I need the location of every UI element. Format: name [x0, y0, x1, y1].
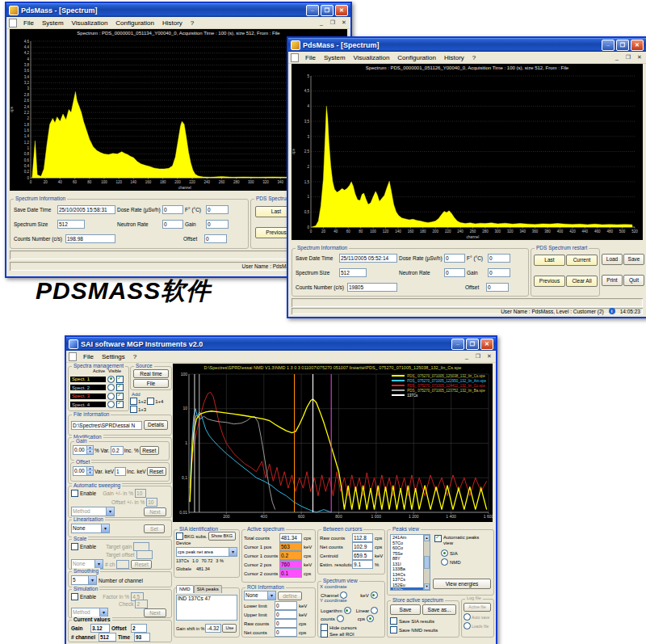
spectrum-3-visible-checkbox[interactable] [116, 393, 124, 400]
spectrum-3-active-radio[interactable] [107, 393, 115, 400]
neutron-rate-field[interactable]: 0 [444, 268, 465, 277]
spectrum-2-active-radio[interactable] [107, 384, 115, 391]
menu-visualization[interactable]: Visualization [350, 54, 394, 61]
offset-spinner[interactable]: 0.00▲▼ [73, 466, 94, 476]
spectrum-4-visible-checkbox[interactable] [116, 401, 124, 408]
dose-rate-field[interactable]: 0 [444, 254, 465, 263]
load-button[interactable]: Load [602, 254, 623, 265]
counts-number-field[interactable]: 19805 [347, 283, 397, 292]
mdi-close-icon[interactable] [340, 19, 348, 26]
title-bar[interactable]: SAI software MGP Instruments v2.0 [66, 337, 496, 351]
spectrum-1-active-radio[interactable] [107, 376, 115, 383]
close-button[interactable] [480, 339, 493, 350]
temperature-field[interactable]: 0 [488, 254, 510, 263]
gain-inc-field[interactable]: 0.2 [111, 446, 124, 455]
spectrum-size-field[interactable]: 512 [339, 268, 367, 277]
menu-help[interactable]: ? [187, 19, 198, 27]
offset-reset-button[interactable]: Reset [147, 467, 166, 476]
menu-settings[interactable]: Settings [98, 353, 129, 360]
file-button[interactable]: File [133, 379, 169, 388]
show-bkg-button[interactable]: Show BKG [208, 532, 236, 541]
view-energies-button[interactable]: View energies [433, 579, 491, 589]
scroll-thumb[interactable] [424, 556, 430, 569]
spectrum-4-active-radio[interactable] [107, 401, 115, 408]
save-date-field[interactable]: 25/10/2005 15:58:31 [57, 205, 115, 214]
minimize-button[interactable] [306, 5, 319, 16]
title-bar[interactable]: PdsMass - [Spectrum] [6, 3, 350, 17]
kev-radio[interactable] [371, 591, 378, 599]
maximize-button[interactable] [616, 40, 629, 51]
isotope-listbox[interactable]: 241Am 57Co 60Co 75Se 88Y 131I 133Ba 134C… [390, 534, 430, 591]
bkg-subs-checkbox[interactable] [176, 532, 183, 540]
mdi-close-icon[interactable] [485, 353, 493, 360]
channel-radio[interactable] [340, 591, 347, 599]
sweeping-enable-checkbox[interactable] [71, 490, 78, 497]
quit-button[interactable]: Quit [623, 275, 644, 286]
mdi-minimize-icon[interactable] [613, 54, 621, 61]
maximize-button[interactable] [321, 5, 333, 16]
spectrum-row-2[interactable]: Spect. 2 [70, 384, 127, 391]
neutron-rate-field[interactable]: 0 [162, 220, 183, 229]
logarithm-radio[interactable] [344, 607, 351, 614]
menu-file[interactable]: File [79, 353, 98, 360]
sia-radio[interactable] [441, 549, 448, 557]
gain-shift-field[interactable]: -4.32 [205, 624, 221, 633]
spectrum-row-3[interactable]: Spect. 3 [70, 393, 127, 400]
menu-help[interactable]: ? [129, 353, 141, 360]
offset-field[interactable]: 0 [204, 234, 227, 243]
smoothing-dropdown[interactable]: 5 [71, 575, 97, 585]
tab-nmd[interactable]: NMD [176, 585, 194, 593]
menu-configuration[interactable]: Configuration [393, 54, 440, 61]
lower-limit-value[interactable]: 0 [275, 601, 297, 610]
menu-history[interactable]: History [158, 19, 187, 27]
menu-system[interactable]: System [320, 54, 350, 61]
print-button[interactable]: Print [602, 275, 623, 286]
gain-field[interactable]: 0 [206, 220, 229, 229]
current-button[interactable]: Current [566, 255, 598, 266]
device-dropdown[interactable]: cps peak net area [176, 547, 237, 557]
gain-spinner[interactable]: 0.00▲▼ [73, 445, 94, 455]
spectrum-size-field[interactable]: 512 [57, 220, 85, 229]
menu-configuration[interactable]: Configuration [111, 19, 158, 27]
scroll-down-icon[interactable]: ▼ [424, 583, 430, 590]
details-button[interactable]: Details [144, 420, 168, 430]
counts-number-field[interactable]: 198.98 [65, 234, 115, 243]
mdi-restore-icon[interactable] [624, 54, 632, 61]
cps-radio[interactable] [367, 615, 374, 622]
clear-all-button[interactable]: Clear All [566, 276, 598, 287]
offset-inc-field[interactable]: 1 [115, 467, 126, 476]
mdi-restore-icon[interactable] [329, 19, 337, 26]
spectrum-row-4[interactable]: Spect. 4 [70, 401, 127, 408]
save-nmd-results-checkbox[interactable] [390, 626, 397, 633]
save-button[interactable]: Save [623, 254, 644, 265]
menu-file[interactable]: File [19, 19, 38, 27]
nmd-radio[interactable] [441, 558, 448, 566]
previous-button[interactable]: Previous [534, 276, 565, 287]
tab-sia-peaks[interactable]: SIA peaks [194, 585, 222, 593]
spectrum-chart[interactable]: 00,511,522,533,544,550204060801001201401… [292, 73, 643, 239]
roi-dropdown[interactable]: None [244, 591, 276, 600]
mdi-close-icon[interactable] [636, 54, 644, 61]
menu-help[interactable]: ? [468, 54, 480, 61]
upper-limit-value[interactable]: 0 [275, 610, 297, 619]
add-1plus3-checkbox[interactable] [130, 406, 137, 413]
real-time-button[interactable]: Real time [133, 369, 169, 378]
spectrum-2-visible-checkbox[interactable] [116, 384, 124, 391]
add-1plus4-checkbox[interactable] [147, 398, 154, 405]
minimize-button[interactable] [451, 339, 464, 350]
close-button[interactable] [335, 5, 348, 16]
minimize-button[interactable] [602, 40, 615, 51]
scroll-up-icon[interactable]: ▲ [424, 535, 430, 541]
linearisation-dropdown[interactable]: None [71, 524, 110, 533]
close-button[interactable] [631, 40, 644, 51]
gain-reset-button[interactable]: Reset [140, 446, 159, 455]
linear-radio[interactable] [371, 607, 378, 614]
menu-system[interactable]: System [38, 19, 68, 27]
see-all-roi-checkbox[interactable] [321, 630, 328, 638]
title-bar[interactable]: PdsMass - [Spectrum] [288, 38, 646, 52]
mdi-minimize-icon[interactable] [463, 353, 471, 360]
listbox-scrollbar[interactable]: ▲▼ [423, 535, 430, 590]
save-sia-results-checkbox[interactable] [390, 617, 397, 625]
automatic-peaks-checkbox[interactable] [434, 535, 442, 542]
store-save-as-button[interactable]: Save as... [422, 604, 456, 615]
